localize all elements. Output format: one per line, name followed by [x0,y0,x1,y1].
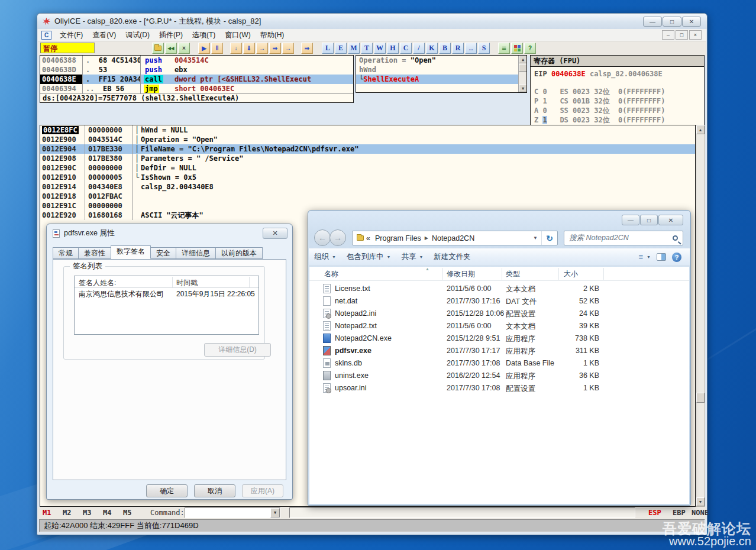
mdi-restore-button[interactable]: □ [676,30,688,40]
file-row[interactable]: uninst.exe2016/2/20 12:54应用程序36 KB [309,370,689,382]
search-icon[interactable] [673,235,678,241]
menu-file[interactable]: 文件(F) [55,29,88,41]
mdi-system-icon[interactable]: C [41,31,51,40]
maximize-button[interactable]: □ [640,215,658,225]
animate-over-button[interactable]: ⇒ [269,43,281,54]
view-source-button[interactable]: S [478,43,490,54]
file-row[interactable]: skins.db2017/7/30 17:08Data Base File1 K… [309,357,689,370]
stack-row[interactable]: 0012E9000043514C│Operation = "Open" [40,135,695,144]
restart-button[interactable]: ◀◀ [165,43,177,54]
mdi-minimize-button[interactable]: – [662,30,674,40]
stack-scrollbar[interactable]: ▲ ▼ [696,125,705,507]
help-icon[interactable]: ? [672,253,681,262]
column-type[interactable]: 类型 [506,269,520,279]
run-button[interactable]: ▶ [198,43,210,54]
address-dropdown-icon[interactable]: ▼ [529,231,542,245]
tab-m4[interactable]: M4 [103,509,111,517]
file-row[interactable]: Notepad2.txt2011/5/6 0:00文本文档39 KB [309,320,689,332]
signature-listview[interactable]: 签名人姓名: 时间戳 南京鸿思信息技术有限公司 2015年9月15日 22:26… [74,276,259,335]
eip-register-row[interactable]: EIP 0040638E calsp_82.0040638E [534,69,704,79]
comments-pane[interactable]: Operation = "Open" hWnd └ShellExecuteA ▲… [356,55,527,93]
stack-row[interactable]: 0012E8FC00000000│hWnd = NULL [40,125,695,135]
tab-previous-versions[interactable]: 以前的版本 [215,247,263,259]
menu-options[interactable]: 选项(T) [188,29,220,41]
search-input[interactable]: 搜索 Notepad2CN [564,231,683,245]
breadcrumb-notepad2cn[interactable]: Notepad2CN [429,234,477,242]
stack-row-selected[interactable]: 0012E904017BE330│FileName = "C:\Program … [40,144,695,154]
chevron-down-icon[interactable]: ▼ [270,508,280,517]
options-list-button[interactable]: ≡ [498,43,510,54]
file-row[interactable]: net.dat2017/7/30 17:16DAT 文件52 KB [309,295,689,308]
command-input[interactable]: ▼ [185,507,280,518]
minimize-button[interactable]: — [643,17,662,27]
view-executables-button[interactable]: E [335,43,347,54]
step-into-button[interactable]: ↓ [230,43,242,54]
cancel-button[interactable]: 取消 [194,484,235,497]
close-icon[interactable]: ✕ [263,228,287,239]
breakpoint-mode-indicator[interactable]: NONE [692,509,709,517]
appearance-button[interactable] [511,43,523,54]
close-process-button[interactable]: × [178,43,190,54]
disasm-row[interactable]: 00406388 . 68 4C514300 push 0043514C [40,56,353,65]
tab-general[interactable]: 常规 [53,247,78,259]
column-date[interactable]: 修改日期 [447,269,475,279]
disasm-row[interactable]: 00406394 .. EB 56 jmp short 004063EC [40,84,353,93]
minimize-button[interactable]: — [622,215,639,225]
ebp-indicator[interactable]: EBP [673,509,686,517]
address-bar[interactable]: « Program Files ▶ Notepad2CN ▼ ↻ [352,231,558,245]
flag-row[interactable]: A 0 SS 0023 32位 0(FFFFFFFF) [534,106,704,115]
scroll-down-icon[interactable]: ▼ [696,497,705,506]
tab-compatibility[interactable]: 兼容性 [78,247,111,259]
file-row[interactable]: upsoar.ini2017/7/30 17:08配置设置1 KB [309,382,689,394]
share-menu[interactable]: 共享▼ [396,250,428,264]
menu-plugins[interactable]: 插件(P) [154,29,188,41]
open-file-button[interactable] [152,43,164,54]
title-bar[interactable]: OllyICE - calsp_820.exe - [*G.P.U* - 主线程… [37,14,707,29]
file-row[interactable]: Notepad2.ini2015/12/28 10:06配置设置24 KB [309,308,689,320]
view-breakpoints-button[interactable]: B [439,43,451,54]
view-log-button[interactable]: L [322,43,334,54]
tab-m2[interactable]: M2 [63,509,71,517]
views-button[interactable]: ≡▼ [638,253,651,261]
tab-m3[interactable]: M3 [83,509,91,517]
execute-till-return-button[interactable]: ⇒ [301,43,313,54]
menu-debug[interactable]: 调试(D) [121,29,154,41]
stack-row[interactable]: 0012E914004340E8calsp_82.004340E8 [40,182,695,192]
preview-pane-icon[interactable] [657,253,666,261]
view-patches-button[interactable]: / [413,43,425,54]
comments-scrollbar[interactable]: ▲ ▼ [518,56,526,92]
tab-security[interactable]: 安全 [150,247,176,259]
tab-digital-signatures[interactable]: 数字签名 [111,245,151,259]
menu-help[interactable]: 帮助(H) [256,29,289,41]
include-in-library-menu[interactable]: 包含到库中▼ [341,250,396,264]
ok-button[interactable]: 确定 [146,484,188,497]
details-button[interactable]: 详细信息(D) [204,343,271,357]
tab-m5[interactable]: M5 [123,509,131,517]
flag-row[interactable]: Z 1 DS 0023 32位 0(FFFFFFFF) [534,115,704,125]
file-row[interactable]: License.txt2011/5/6 0:00文本文档2 KB [309,283,689,295]
view-windows-button[interactable]: W [374,43,386,54]
close-button[interactable]: ✕ [658,215,683,225]
disassembly-pane[interactable]: 00406388 . 68 4C514300 push 0043514C 004… [40,55,354,103]
maximize-button[interactable]: □ [663,17,681,27]
column-size[interactable]: 大小 [564,269,578,279]
disasm-row[interactable]: 0040638D . 53 push ebx [40,65,353,75]
tab-details[interactable]: 详细信息 [176,247,215,259]
pause-button[interactable]: ‖ [211,43,223,54]
breadcrumb-program-files[interactable]: Program Files [373,234,424,242]
view-threads-button[interactable]: T [361,43,373,54]
apply-button[interactable]: 应用(A) [242,484,283,497]
signature-row[interactable]: 南京鸿思信息技术有限公司 2015年9月15日 22:26:05 [75,289,259,300]
file-row[interactable]: pdfsvr.exe2017/7/30 17:17应用程序311 KB [309,345,689,357]
disasm-row-selected[interactable]: 0040638E . FF15 20A3420 call dword ptr [… [40,75,353,84]
view-cpu-button[interactable]: C [400,43,412,54]
column-name[interactable]: 名称 [324,269,338,279]
dialog-title-bar[interactable]: pdfsvr.exe 属性 [53,228,114,238]
view-handles-button[interactable]: H [387,43,399,54]
scroll-up-icon[interactable]: ▲ [696,125,705,134]
column-signer-name[interactable]: 签名人姓名: [79,278,116,288]
back-icon[interactable]: ← [314,229,331,246]
flag-row[interactable]: P 1 CS 001B 32位 0(FFFFFFFF) [534,96,704,106]
menu-window[interactable]: 窗口(W) [220,29,255,41]
mdi-close-button[interactable]: × [689,30,702,40]
